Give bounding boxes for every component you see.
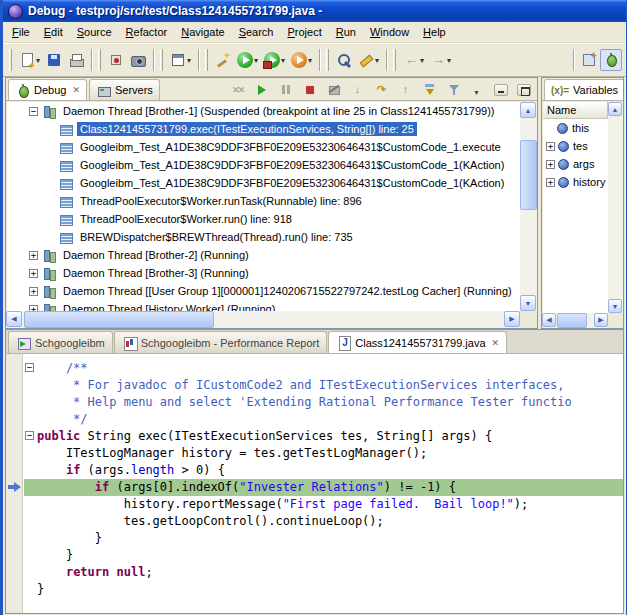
debug-tree-row[interactable]: +Daemon Thread [[User Group 1][000001]12… [7,282,520,300]
menu-refactor[interactable]: Refactor [119,23,175,41]
scroll-track[interactable] [520,118,537,295]
annotation-button[interactable]: ▾ [355,49,382,71]
fold-gutter[interactable] [24,377,37,394]
menu-run[interactable]: Run [329,23,363,41]
menu-help[interactable]: Help [416,23,453,41]
dropdown-arrow-icon[interactable]: ▾ [447,56,451,65]
editor-tab[interactable]: Schgoogleibm [8,331,113,353]
save-button[interactable] [43,49,65,71]
open-perspective-button[interactable] [578,49,600,71]
code-line[interactable]: ITestLogManager history = tes.getTestLog… [24,445,623,462]
debug-tree-row[interactable]: Class1241455731799.exec(ITestExecutionSe… [7,120,520,138]
close-icon[interactable]: ✕ [492,338,500,348]
search-button[interactable] [333,49,355,71]
editor[interactable]: − /** * For javadoc of ICustomCode2 and … [5,354,624,614]
report-wizard-button[interactable]: ▾ [167,49,194,71]
debug-tree-row[interactable]: Googleibm_Test_A1DE38C9DDF3FBF0E209E5323… [7,156,520,174]
toolbar-grip[interactable] [9,49,12,71]
scroll-up-icon[interactable]: ▲ [608,102,622,116]
fold-gutter[interactable] [24,530,37,547]
variables-name-column-header[interactable]: Name [543,102,608,119]
fold-collapse-icon[interactable]: − [25,431,34,440]
fold-gutter[interactable] [24,496,37,513]
debug-tree-row[interactable]: Googleibm_Test_A1DE38C9DDF3FBF0E209E5323… [7,138,520,156]
menu-edit[interactable]: Edit [37,23,70,41]
drop-to-frame-button[interactable] [419,79,440,100]
debug-perspective-button[interactable] [600,49,622,71]
fold-gutter[interactable]: − [24,428,37,445]
menu-window[interactable]: Window [363,23,416,41]
menu-file[interactable]: File [5,23,37,41]
fold-gutter[interactable] [24,394,37,411]
fold-gutter[interactable] [24,564,37,581]
dropdown-arrow-icon[interactable]: ▾ [187,56,191,65]
code-line[interactable]: if (args[0].indexOf("Invester Relations"… [24,479,623,496]
screen-capture-button[interactable] [127,49,149,71]
dropdown-arrow-icon[interactable]: ▾ [308,56,312,65]
scroll-up-icon[interactable]: ▲ [520,102,536,118]
debug-tree-row[interactable]: ThreadPoolExecutor$Worker.run() line: 91… [7,210,520,228]
variables-list[interactable]: this+tes+args+history [543,119,608,313]
step-into-button[interactable] [347,79,368,100]
code-line[interactable]: −public String exec(ITestExecutionServic… [24,428,623,445]
toolbar-grip[interactable] [326,49,329,71]
close-icon[interactable]: ✕ [72,85,80,95]
use-step-filters-button[interactable] [443,79,464,100]
scroll-thumb[interactable] [24,311,214,328]
code-line[interactable]: tes.getLoopControl().continueLoop(); [24,513,623,530]
variable-row[interactable]: +args [543,155,608,173]
view-menu-button[interactable] [467,79,488,100]
dropdown-arrow-icon[interactable]: ▾ [420,56,424,65]
fold-gutter[interactable]: − [24,360,37,377]
run-button[interactable]: ▾ [234,49,261,71]
debug-tree-row[interactable]: −Daemon Thread [Brother-1] (Suspended (b… [7,102,520,120]
toolbar-grip[interactable] [98,49,101,71]
code-line[interactable]: * Help menu and select 'Extending Ration… [24,394,623,411]
debug-tree-row[interactable]: +Daemon Thread [Brother-3] (Running) [7,264,520,282]
title-bar[interactable]: Debug - testproj/src/test/Class124145573… [3,0,626,22]
debug-tree-row[interactable]: Googleibm_Test_A1DE38C9DDF3FBF0E209E5323… [7,174,520,192]
maximize-view-button[interactable] [514,81,534,99]
record-test-button[interactable] [105,49,127,71]
expand-icon[interactable]: + [546,160,555,169]
debug-tree-row[interactable]: ThreadPoolExecutor$Worker.runTask(Runnab… [7,192,520,210]
step-over-button[interactable] [371,79,392,100]
forward-button[interactable]: ▾ [427,49,454,71]
fold-gutter[interactable] [24,445,37,462]
quick-launch-button[interactable] [212,49,234,71]
expand-icon[interactable]: + [29,269,38,278]
resume-button[interactable] [251,79,272,100]
variable-row[interactable]: +tes [543,137,608,155]
expand-icon[interactable]: + [29,251,38,260]
scroll-track[interactable] [556,313,594,328]
code-line[interactable]: history.reportMessage("First page failed… [24,496,623,513]
code-line[interactable]: * For javadoc of ICustomCode2 and ITestE… [24,377,623,394]
scroll-left-icon[interactable]: ◀ [542,313,556,327]
menu-source[interactable]: Source [70,23,119,41]
debug-tree-row[interactable]: +Daemon Thread [History Worker] (Running… [7,300,520,311]
fold-collapse-icon[interactable]: − [25,363,34,372]
menu-navigate[interactable]: Navigate [174,23,231,41]
fold-gutter[interactable] [24,462,37,479]
scroll-left-icon[interactable]: ◀ [6,311,22,327]
tab-debug[interactable]: Debug ✕ [8,79,87,100]
disconnect-button[interactable] [323,79,344,100]
suspend-button[interactable] [275,79,296,100]
debug-tree[interactable]: −Daemon Thread [Brother-1] (Suspended (b… [7,102,520,311]
dropdown-arrow-icon[interactable]: ▾ [281,56,285,65]
debug-vertical-scrollbar[interactable]: ▲ ▼ [520,102,537,311]
code-line[interactable]: if (args.length > 0) { [24,462,623,479]
terminate-button[interactable] [299,79,320,100]
minimize-view-button[interactable] [491,81,511,99]
code-area[interactable]: − /** * For javadoc of ICustomCode2 and … [24,360,623,598]
editor-tab[interactable]: Schgoogleibm - Performance Report [114,331,328,353]
print-button[interactable] [65,49,87,71]
variable-row[interactable]: +history [543,173,608,191]
fold-gutter[interactable] [24,513,37,530]
fold-gutter[interactable] [24,581,37,598]
code-line[interactable]: } [24,530,623,547]
fold-gutter[interactable] [24,547,37,564]
editor-tab[interactable]: Class1241455731799.java✕ [328,331,507,353]
code-line[interactable]: − /** [24,360,623,377]
external-tools-button[interactable]: ▾ [261,49,288,71]
